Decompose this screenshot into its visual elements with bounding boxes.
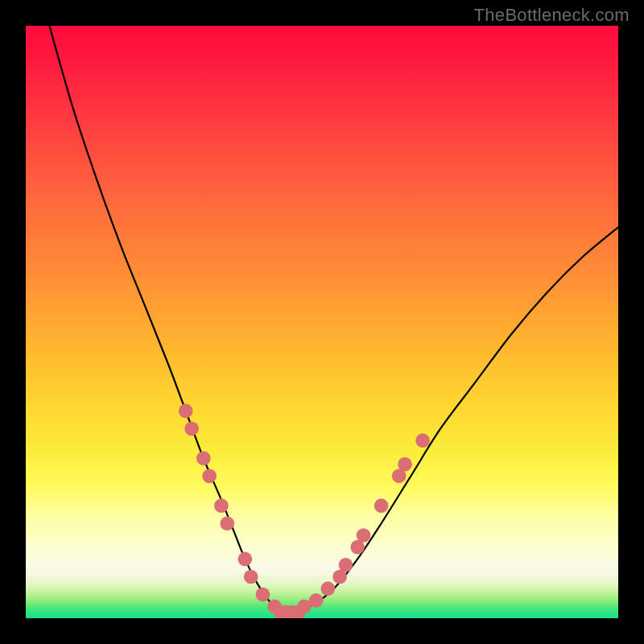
data-marker xyxy=(196,451,211,465)
chart-svg xyxy=(26,26,618,618)
data-marker xyxy=(179,404,193,419)
data-marker xyxy=(244,570,258,584)
data-marker xyxy=(237,552,252,567)
data-marker xyxy=(321,581,336,596)
data-marker xyxy=(214,498,229,513)
data-marker xyxy=(202,469,217,484)
data-marker xyxy=(374,498,389,513)
bottleneck-curve xyxy=(49,26,618,613)
marker-group xyxy=(179,404,430,618)
watermark-text: TheBottleneck.com xyxy=(474,5,630,26)
chart-frame: TheBottleneck.com xyxy=(0,0,644,644)
plot-area xyxy=(26,26,618,618)
data-marker xyxy=(415,433,430,448)
data-marker xyxy=(220,516,234,530)
data-marker xyxy=(256,588,270,602)
data-marker xyxy=(357,528,371,543)
data-marker xyxy=(184,422,199,436)
data-marker xyxy=(398,457,412,472)
data-marker xyxy=(309,593,324,608)
data-marker xyxy=(339,558,353,572)
